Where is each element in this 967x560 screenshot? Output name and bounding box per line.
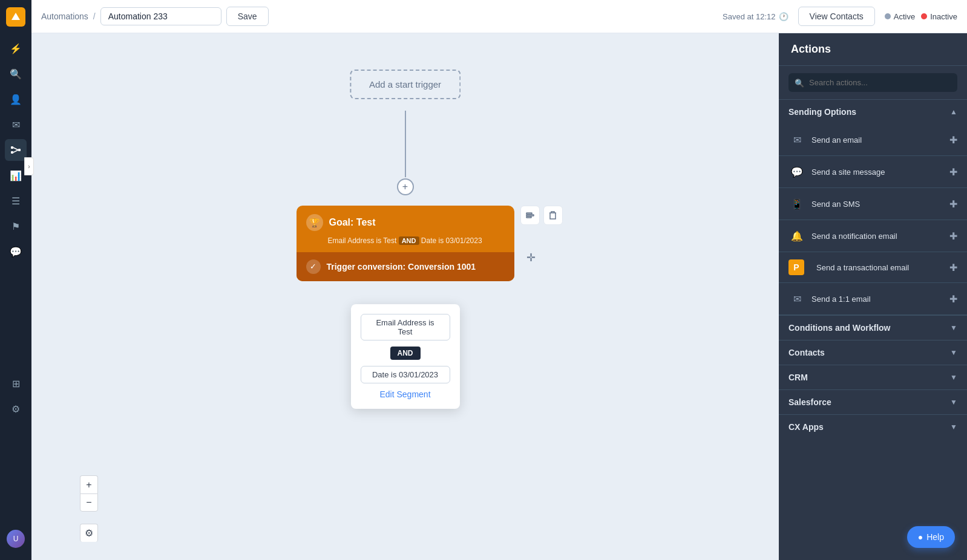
section-sending-options[interactable]: Sending Options ▲ xyxy=(779,99,967,124)
goal-node-header: 🏆 Goal: Test xyxy=(297,206,514,236)
help-button[interactable]: ● Help xyxy=(907,526,955,548)
svg-rect-3 xyxy=(18,149,21,151)
salesforce-title: Salesforce xyxy=(788,397,831,407)
section-cx-apps[interactable]: CX Apps ▼ xyxy=(779,414,967,439)
search-actions-input[interactable] xyxy=(788,73,957,92)
sending-options-title: Sending Options xyxy=(788,107,856,117)
add-transactional-icon[interactable]: ✚ xyxy=(949,262,957,273)
right-panel: Actions 🔍 Sending Options ▲ ✉ Send an em… xyxy=(779,33,967,560)
node-edit-button[interactable] xyxy=(520,206,540,225)
search-icon: 🔍 xyxy=(795,78,804,87)
send-notification-label: Send a notification email xyxy=(811,232,897,241)
section-salesforce[interactable]: Salesforce ▼ xyxy=(779,389,967,414)
nav-icon-mail[interactable]: ✉ xyxy=(5,114,27,135)
help-icon: ● xyxy=(918,532,923,542)
nav-icon-comment[interactable]: 💬 xyxy=(5,241,27,262)
salesforce-chevron: ▼ xyxy=(950,398,957,406)
action-send-1to1[interactable]: ✉ Send a 1:1 email ✚ xyxy=(779,283,967,315)
send-1to1-label: Send a 1:1 email xyxy=(811,295,871,304)
svg-marker-0 xyxy=(11,13,20,20)
add-send-email-icon[interactable]: ✚ xyxy=(949,134,957,146)
segment-and-tag: AND xyxy=(390,347,421,360)
goal-title: Goal: Test xyxy=(329,217,376,228)
contacts-title: Contacts xyxy=(788,348,825,357)
goal-node[interactable]: 🏆 Goal: Test Email Address is Test AND D… xyxy=(297,206,514,281)
segment-tag-2: Date is 03/01/2023 xyxy=(361,366,450,383)
send-email-label: Send an email xyxy=(811,135,862,145)
status-inactive[interactable]: Inactive xyxy=(921,12,957,21)
add-site-message-icon[interactable]: ✚ xyxy=(949,166,957,178)
section-crm[interactable]: CRM ▼ xyxy=(779,365,967,389)
nav-icon-contacts[interactable]: 👤 xyxy=(5,88,27,110)
node-delete-button[interactable] xyxy=(543,206,563,225)
add-notification-icon[interactable]: ✚ xyxy=(949,230,957,242)
active-dot xyxy=(885,13,891,19)
conversion-text: Trigger conversion: Conversion 1001 xyxy=(327,262,476,272)
trophy-icon: 🏆 xyxy=(306,214,323,231)
add-sms-icon[interactable]: ✚ xyxy=(949,198,957,210)
postmark-icon: P xyxy=(788,259,804,275)
nav-logo[interactable] xyxy=(6,7,25,27)
node-move-handle[interactable]: ✛ xyxy=(526,251,536,264)
breadcrumb-automations[interactable]: Automations xyxy=(41,11,88,21)
one-to-one-icon: ✉ xyxy=(788,290,805,307)
start-trigger-node[interactable]: Add a start trigger xyxy=(350,70,461,99)
nav-icon-automation[interactable] xyxy=(5,139,27,161)
svg-rect-1 xyxy=(11,146,13,149)
canvas-settings-icon[interactable]: ⚙ xyxy=(80,524,98,542)
nav-icon-list[interactable]: ☰ xyxy=(5,190,27,212)
nav-icon-lightning[interactable]: ⚡ xyxy=(5,37,27,59)
zoom-out-button[interactable]: − xyxy=(80,493,98,512)
action-send-email[interactable]: ✉ Send an email ✚ xyxy=(779,124,967,156)
contacts-chevron: ▼ xyxy=(950,348,957,357)
topbar-right: Saved at 12:12 🕐 View Contacts Active In… xyxy=(723,7,957,26)
action-send-transactional[interactable]: P Send a transactional email ✚ xyxy=(779,252,967,283)
nav-icon-settings-bottom[interactable]: ⚙ xyxy=(5,398,27,420)
node-action-buttons xyxy=(520,206,563,225)
notification-icon: 🔔 xyxy=(788,227,805,244)
edit-segment-button[interactable]: Edit Segment xyxy=(379,389,430,399)
action-send-notification[interactable]: 🔔 Send a notification email ✚ xyxy=(779,220,967,252)
user-avatar[interactable]: U xyxy=(7,530,25,548)
svg-line-4 xyxy=(13,148,18,150)
and-badge: AND xyxy=(399,236,419,245)
section-conditions-workflow[interactable]: Conditions and Workflow ▼ xyxy=(779,315,967,340)
sms-icon: 📱 xyxy=(788,195,805,212)
action-send-sms[interactable]: 📱 Send an SMS ✚ xyxy=(779,188,967,220)
save-button[interactable]: Save xyxy=(226,7,269,26)
send-site-message-label: Send a site message xyxy=(811,168,885,177)
view-contacts-button[interactable]: View Contacts xyxy=(798,7,875,26)
sidebar-nav: ⚡ 🔍 👤 ✉ 📊 ☰ ⚑ 💬 ⊞ ⚙ U xyxy=(0,0,31,560)
automation-title-input[interactable] xyxy=(100,7,221,25)
action-send-site-message[interactable]: 💬 Send a site message ✚ xyxy=(779,156,967,188)
conditions-workflow-title: Conditions and Workflow xyxy=(788,323,891,333)
svg-rect-2 xyxy=(11,151,13,154)
section-contacts[interactable]: Contacts ▼ xyxy=(779,340,967,365)
status-toggle: Active Inactive xyxy=(885,12,957,21)
segment-dropdown: Email Address is Test AND Date is 03/01/… xyxy=(351,304,460,409)
conditions-workflow-chevron: ▼ xyxy=(950,324,957,332)
main-canvas: Add a start trigger + ✛ 🏆 Goal: Test Em xyxy=(31,33,779,560)
nav-icon-reports[interactable]: 📊 xyxy=(5,164,27,186)
cx-apps-title: CX Apps xyxy=(788,422,824,432)
topbar: Automations / Save Saved at 12:12 🕐 View… xyxy=(31,0,967,33)
goal-node-footer: ✓ Trigger conversion: Conversion 1001 xyxy=(297,252,514,281)
status-active[interactable]: Active xyxy=(885,12,915,21)
crm-chevron: ▼ xyxy=(950,373,957,382)
svg-rect-6 xyxy=(526,213,532,214)
inactive-dot xyxy=(921,13,927,19)
canvas-content: Add a start trigger + ✛ 🏆 Goal: Test Em xyxy=(31,33,779,560)
svg-rect-7 xyxy=(526,215,534,216)
nav-icon-search[interactable]: 🔍 xyxy=(5,63,27,85)
sending-options-chevron: ▲ xyxy=(950,108,957,116)
sidebar-toggle[interactable]: › xyxy=(24,157,34,175)
zoom-in-button[interactable]: + xyxy=(80,475,98,493)
nav-icon-grid[interactable]: ⊞ xyxy=(5,373,27,394)
history-icon[interactable]: 🕐 xyxy=(779,12,788,21)
panel-header: Actions xyxy=(779,33,967,66)
add-1to1-icon[interactable]: ✚ xyxy=(949,293,957,305)
email-icon: ✉ xyxy=(788,131,805,148)
add-node-button[interactable]: + xyxy=(397,178,414,195)
svg-rect-8 xyxy=(526,217,531,218)
nav-icon-flag[interactable]: ⚑ xyxy=(5,215,27,237)
